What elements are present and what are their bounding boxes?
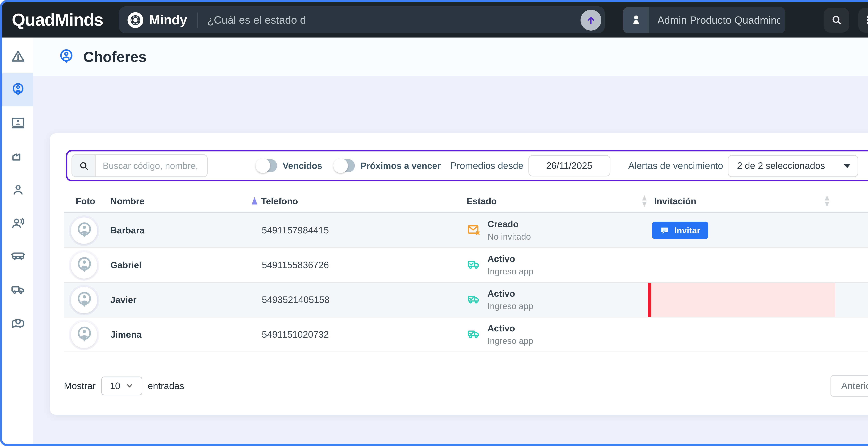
map-pin-icon <box>10 316 25 331</box>
status-title: Activo <box>488 323 533 334</box>
search-icon <box>830 13 843 26</box>
sidebar-item-fleet[interactable] <box>2 240 33 273</box>
status-detail: Ingreso app <box>488 266 533 277</box>
topbar-actions: ? <box>824 7 868 32</box>
invitation-cell: Invitar <box>642 213 835 247</box>
drivers-table: Foto Nombre Telefono Estado Invitación <box>64 190 868 352</box>
sort-icon <box>824 195 830 207</box>
table-footer: Mostrar 10 entradas Anterior 1 Siguiente <box>64 375 868 397</box>
row-actions <box>835 260 868 271</box>
page-size-value: 10 <box>110 381 120 391</box>
row-actions <box>835 225 868 236</box>
mindy-query-input[interactable] <box>207 13 580 26</box>
user-menu[interactable]: Admin Producto Quadminds <box>623 7 785 33</box>
apps-grid-icon <box>865 14 868 26</box>
status-title: Activo <box>488 288 533 299</box>
toggle-knob <box>333 158 348 173</box>
invitation-cell <box>642 318 835 352</box>
status-detail: No invitado <box>488 232 531 242</box>
mindy-send-button[interactable] <box>580 9 601 30</box>
table-header: Foto Nombre Telefono Estado Invitación <box>64 190 868 213</box>
avatar <box>71 287 97 313</box>
row-actions <box>835 329 868 340</box>
driver-name: Gabriel <box>102 260 249 270</box>
app-window: QuadMinds Mindy <box>0 0 868 446</box>
truck-check-icon <box>467 258 481 272</box>
arrow-up-icon <box>585 14 596 25</box>
search-icon <box>78 160 89 171</box>
driver-status: Activo Ingreso app <box>454 288 642 311</box>
person-speaking-icon <box>10 215 25 231</box>
sidebar-item-drivers[interactable] <box>2 73 33 106</box>
search-button[interactable] <box>824 7 849 32</box>
avatar <box>71 217 97 243</box>
driver-name: Javier <box>102 295 249 305</box>
invite-button[interactable]: Invitar <box>652 221 708 239</box>
brand-logo: QuadMinds <box>12 10 103 30</box>
sidebar-item-alerts[interactable] <box>2 39 33 73</box>
column-header-actions[interactable] <box>835 195 868 207</box>
user-avatar <box>623 7 649 33</box>
warehouse-icon <box>10 149 25 164</box>
table-row: Gabriel 5491155836726 Acti <box>64 248 868 283</box>
search-input[interactable] <box>96 155 207 176</box>
expiring-soon-toggle[interactable] <box>334 159 355 172</box>
sidebar-item-users[interactable] <box>2 173 33 206</box>
mindy-assistant-bar: Mindy <box>118 6 604 33</box>
invitation-cell <box>642 283 835 317</box>
expiry-alerts-value: 2 de 2 seleccionados <box>737 160 844 171</box>
driver-status: Activo Ingreso app <box>454 253 642 277</box>
avatar <box>71 321 97 348</box>
toggle-knob <box>255 158 270 173</box>
sidebar-item-warehouses[interactable] <box>2 140 33 173</box>
driver-pin-icon <box>10 82 25 97</box>
mindy-logo-icon <box>126 11 144 29</box>
column-header-estado[interactable]: Estado <box>454 196 642 206</box>
previous-page-button[interactable]: Anterior <box>832 376 868 396</box>
sort-ascending-icon <box>251 197 258 205</box>
page-header: Choferes Nuevo Conductor <box>33 37 868 76</box>
sidebar-item-zones[interactable] <box>2 306 33 340</box>
person-pin-icon <box>75 256 93 274</box>
sidebar-item-vehicles[interactable] <box>2 273 33 306</box>
invitation-cell <box>642 248 835 282</box>
page-title: Choferes <box>83 48 147 65</box>
truck-icon <box>10 282 25 297</box>
expired-toggle[interactable] <box>256 159 277 172</box>
page-size-select[interactable]: 10 <box>101 377 142 395</box>
truck-check-icon <box>467 327 481 342</box>
search-icon-box[interactable] <box>72 155 96 176</box>
expired-toggle-label: Vencidos <box>283 160 322 171</box>
driver-status: Creado No invitado <box>454 218 642 242</box>
divider <box>197 12 197 27</box>
contact-card-icon <box>10 115 25 130</box>
sidebar-item-dispatchers[interactable] <box>2 206 33 240</box>
chevron-down-icon <box>844 163 851 168</box>
column-header-foto[interactable]: Foto <box>64 196 102 206</box>
user-name: Admin Producto Quadminds <box>657 14 779 26</box>
table-row: Jimena 5491151020732 Activ <box>64 318 868 352</box>
column-header-invitacion[interactable]: Invitación <box>642 195 835 207</box>
column-header-nombre[interactable]: Nombre <box>102 196 249 206</box>
status-title: Creado <box>488 218 531 230</box>
status-detail: Ingreso app <box>488 336 533 346</box>
chevron-down-icon <box>126 382 133 390</box>
person-icon <box>10 182 25 197</box>
driver-phone: 5491157984415 <box>249 225 454 236</box>
sidebar <box>2 37 33 444</box>
person-pin-icon <box>75 290 93 309</box>
mindy-title: Mindy <box>149 12 187 27</box>
expiry-alerts-dropdown[interactable]: 2 de 2 seleccionados <box>728 155 859 177</box>
alert-triangle-icon <box>10 49 25 64</box>
sort-icon <box>642 195 647 207</box>
sidebar-item-contacts[interactable] <box>2 106 33 140</box>
apps-grid-button[interactable] <box>858 7 868 32</box>
expiry-alerts-label: Alertas de vencimiento <box>628 160 723 171</box>
averages-from-date-input[interactable] <box>528 155 610 176</box>
driver-phone: 5491151020732 <box>249 329 454 340</box>
column-header-telefono[interactable]: Telefono <box>249 196 454 206</box>
driver-status: Activo Ingreso app <box>454 323 642 346</box>
driver-name: Barbara <box>102 225 249 236</box>
person-silhouette-icon <box>629 13 643 27</box>
pagination: Anterior 1 Siguiente <box>831 375 868 397</box>
